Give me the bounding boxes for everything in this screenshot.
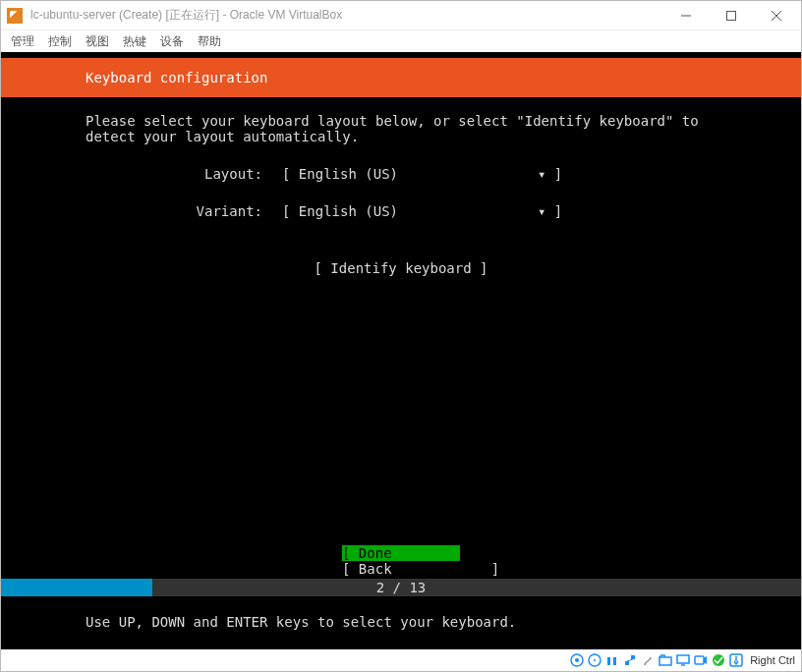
- optical-icon[interactable]: [587, 653, 602, 668]
- installer-header: Keyboard configuration: [1, 58, 801, 97]
- display-icon[interactable]: [675, 653, 690, 668]
- svg-point-7: [594, 659, 596, 661]
- variant-row: Variant: [ English (US) ▾ ]: [1, 182, 801, 219]
- done-row: [ Done ]: [1, 545, 801, 561]
- window-title: lc-ubuntu-server (Create) [正在运行] - Oracl…: [30, 7, 663, 24]
- done-button[interactable]: [ Done ]: [342, 545, 460, 561]
- variant-select-value: [ English (US): [282, 203, 538, 219]
- usb-icon[interactable]: [640, 653, 655, 668]
- menu-device[interactable]: 设备: [160, 33, 184, 50]
- svg-rect-9: [613, 657, 616, 665]
- svg-rect-1: [727, 11, 736, 20]
- menu-view[interactable]: 视图: [86, 33, 109, 50]
- virtualbox-window: lc-ubuntu-server (Create) [正在运行] - Oracl…: [0, 0, 802, 672]
- app-icon: [7, 8, 23, 24]
- progress-text: 2 / 13: [1, 579, 801, 596]
- layout-select[interactable]: [ English (US) ▾ ]: [282, 166, 553, 182]
- svg-rect-8: [607, 657, 610, 665]
- chevron-down-icon: ▾ ]: [538, 166, 553, 182]
- shared-folder-icon[interactable]: [658, 653, 672, 668]
- installer-header-title: Keyboard configuration: [86, 70, 267, 85]
- hint-text: Use UP, DOWN and ENTER keys to select yo…: [86, 614, 516, 630]
- disk-icon[interactable]: [569, 653, 584, 668]
- bottom-block: [ Done ] [ Back ] 2 / 13 Use UP, DOWN an…: [1, 545, 801, 649]
- mouse-integration-icon[interactable]: [728, 653, 743, 668]
- variant-label: Variant:: [86, 203, 282, 219]
- layout-row: Layout: [ English (US) ▾ ]: [1, 144, 801, 182]
- svg-rect-14: [677, 655, 689, 663]
- progress-bar: 2 / 13: [1, 579, 801, 596]
- audio-icon[interactable]: [604, 653, 619, 668]
- identify-keyboard-button[interactable]: [ Identify keyboard ]: [314, 260, 487, 276]
- instructions-line2: detect your layout automatically.: [86, 129, 791, 144]
- chevron-down-icon: ▾ ]: [538, 203, 553, 219]
- menubar: 管理 控制 视图 热键 设备 帮助: [1, 30, 801, 52]
- svg-point-17: [713, 654, 724, 666]
- close-button[interactable]: [754, 1, 799, 30]
- variant-select[interactable]: [ English (US) ▾ ]: [282, 203, 553, 219]
- maximize-button[interactable]: [709, 1, 754, 30]
- minimize-button[interactable]: [663, 1, 709, 30]
- layout-select-value: [ English (US): [282, 166, 538, 182]
- guest-additions-icon[interactable]: [711, 653, 725, 668]
- vm-display[interactable]: Keyboard configuration Please select you…: [1, 52, 801, 649]
- network-icon[interactable]: [622, 653, 637, 668]
- layout-label: Layout:: [86, 166, 282, 182]
- menu-manage[interactable]: 管理: [11, 33, 34, 50]
- menu-help[interactable]: 帮助: [198, 33, 221, 50]
- recording-icon[interactable]: [693, 653, 708, 668]
- svg-rect-16: [695, 656, 704, 664]
- menu-hotkey[interactable]: 热键: [123, 33, 146, 50]
- host-key-indicator: Right Ctrl: [750, 654, 795, 666]
- titlebar: lc-ubuntu-server (Create) [正在运行] - Oracl…: [1, 1, 801, 30]
- svg-rect-11: [631, 655, 635, 659]
- window-controls: [663, 1, 799, 30]
- back-row: [ Back ]: [1, 561, 801, 577]
- instructions: Please select your keyboard layout below…: [1, 97, 801, 144]
- svg-rect-10: [625, 661, 629, 665]
- back-button[interactable]: [ Back ]: [342, 561, 460, 577]
- menu-control[interactable]: 控制: [48, 33, 72, 50]
- instructions-line1: Please select your keyboard layout below…: [86, 113, 791, 129]
- svg-line-12: [627, 659, 633, 661]
- identify-row: [ Identify keyboard ]: [1, 260, 801, 276]
- svg-rect-13: [659, 657, 671, 665]
- statusbar: Right Ctrl: [1, 649, 801, 671]
- hint-row: Use UP, DOWN and ENTER keys to select yo…: [1, 596, 801, 649]
- svg-point-5: [575, 658, 579, 662]
